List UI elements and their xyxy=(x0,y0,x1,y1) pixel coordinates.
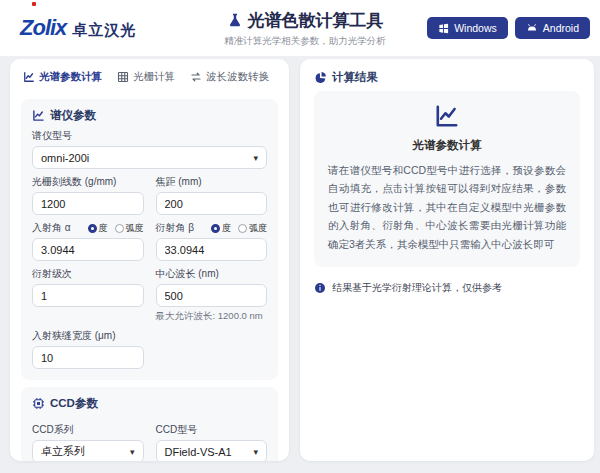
logo-zolix-text: Zolix xyxy=(20,15,66,41)
line-chart-icon xyxy=(32,109,45,122)
spectrometer-model-label: 谱仪型号 xyxy=(32,129,267,143)
groove-density-label: 光栅刻线数 (g/mm) xyxy=(32,175,144,189)
radio-checked-icon xyxy=(211,224,220,233)
ccd-series-label: CCD系列 xyxy=(32,423,144,437)
android-download-button[interactable]: Android xyxy=(515,17,590,39)
windows-icon xyxy=(438,23,449,34)
diffraction-angle-label: 衍射角 β xyxy=(156,221,195,235)
radio-unchecked-icon xyxy=(115,224,124,233)
groove-density-input[interactable] xyxy=(32,192,144,215)
page-subtitle: 精准计算光学相关参数，助力光学分析 xyxy=(224,35,386,48)
incidence-degree-radio[interactable]: 度 xyxy=(88,222,108,235)
chip-icon xyxy=(32,397,45,410)
incidence-unit-radios: 度 弧度 xyxy=(88,222,144,235)
center-wavelength-input[interactable] xyxy=(156,284,268,307)
flask-icon xyxy=(227,12,243,28)
incidence-radian-radio[interactable]: 弧度 xyxy=(115,222,144,235)
radio-unchecked-icon xyxy=(238,224,247,233)
results-card: 计算结果 光谱参数计算 请在谱仪型号和CCD型号中进行选择，预设参数会自动填充，… xyxy=(300,59,594,461)
page-title: 光谱色散计算工具 xyxy=(248,9,384,32)
ccd-params-panel: CCD参数 CCD系列 卓立系列 ▾ CCD型号 DField-VS-A1 ▾ xyxy=(21,387,278,461)
chevron-down-icon: ▾ xyxy=(253,153,258,163)
slit-width-label: 入射狭缝宽度 (μm) xyxy=(32,329,144,343)
diffraction-radian-radio[interactable]: 弧度 xyxy=(238,222,267,235)
spectrometer-params-panel: 谱仪参数 谱仪型号 omni-200i ▾ 光栅刻线数 (g/mm) 焦距 (m… xyxy=(21,99,278,380)
slit-width-input[interactable] xyxy=(32,346,144,369)
focal-length-label: 焦距 (mm) xyxy=(156,175,268,189)
diffraction-angle-input[interactable] xyxy=(156,238,268,261)
line-chart-icon xyxy=(23,71,35,83)
spectrometer-section-header: 谱仪参数 xyxy=(32,108,267,123)
chevron-down-icon: ▾ xyxy=(253,447,258,457)
radio-checked-icon xyxy=(88,224,97,233)
incidence-angle-input[interactable] xyxy=(32,238,144,261)
download-buttons: Windows Android xyxy=(386,17,590,39)
placeholder-title: 光谱参数计算 xyxy=(328,138,566,153)
logo-red-dot-icon xyxy=(32,2,36,6)
ccd-model-label: CCD型号 xyxy=(156,423,268,437)
grid-icon xyxy=(117,71,129,83)
swap-arrows-icon xyxy=(190,71,202,83)
ccd-section-header: CCD参数 xyxy=(32,396,267,411)
app-header: Zolix 卓立汉光 光谱色散计算工具 精准计算光学相关参数，助力光学分析 Wi… xyxy=(0,0,600,56)
info-icon xyxy=(314,282,326,294)
chevron-down-icon: ▾ xyxy=(130,447,135,457)
focal-length-input[interactable] xyxy=(156,192,268,215)
placeholder-description: 请在谱仪型号和CCD型号中进行选择，预设参数会自动填充，点击计算按钮可以得到对应… xyxy=(328,161,566,253)
line-chart-icon xyxy=(434,103,460,129)
center-wavelength-label: 中心波长 (nm) xyxy=(156,267,268,281)
diffraction-order-label: 衍射级次 xyxy=(32,267,144,281)
results-placeholder: 光谱参数计算 请在谱仪型号和CCD型号中进行选择，预设参数会自动填充，点击计算按… xyxy=(314,91,580,267)
input-panel-card: 光谱参数计算 光栅计算 波长波数转换 谱仪参数 谱仪型号 omni-200i ▾ xyxy=(10,59,289,461)
spectrometer-model-select[interactable]: omni-200i ▾ xyxy=(32,146,267,169)
logo: Zolix 卓立汉光 xyxy=(20,15,224,41)
pie-chart-icon xyxy=(314,71,327,84)
main-content: 光谱参数计算 光栅计算 波长波数转换 谱仪参数 谱仪型号 omni-200i ▾ xyxy=(0,56,600,467)
tab-wavelength-convert[interactable]: 波长波数转换 xyxy=(190,70,269,84)
tab-bar: 光谱参数计算 光栅计算 波长波数转换 xyxy=(21,68,278,92)
ccd-series-select[interactable]: 卓立系列 ▾ xyxy=(32,440,144,461)
tab-grating-calc[interactable]: 光栅计算 xyxy=(117,70,175,84)
incidence-angle-label: 入射角 α xyxy=(32,221,71,235)
results-section-header: 计算结果 xyxy=(314,70,580,85)
android-icon xyxy=(526,22,538,34)
header-title-block: 光谱色散计算工具 精准计算光学相关参数，助力光学分析 xyxy=(224,9,386,48)
diffraction-order-input[interactable] xyxy=(32,284,144,307)
diffraction-degree-radio[interactable]: 度 xyxy=(211,222,231,235)
ccd-model-select[interactable]: DField-VS-A1 ▾ xyxy=(156,440,268,461)
logo-chinese-text: 卓立汉光 xyxy=(72,21,136,40)
tab-spectral-params[interactable]: 光谱参数计算 xyxy=(23,70,102,84)
windows-download-button[interactable]: Windows xyxy=(427,17,508,39)
max-wavelength-hint: 最大允许波长: 1200.0 nm xyxy=(156,310,268,323)
disclaimer-note: 结果基于光学衍射理论计算，仅供参考 xyxy=(314,281,580,295)
diffraction-unit-radios: 度 弧度 xyxy=(211,222,267,235)
